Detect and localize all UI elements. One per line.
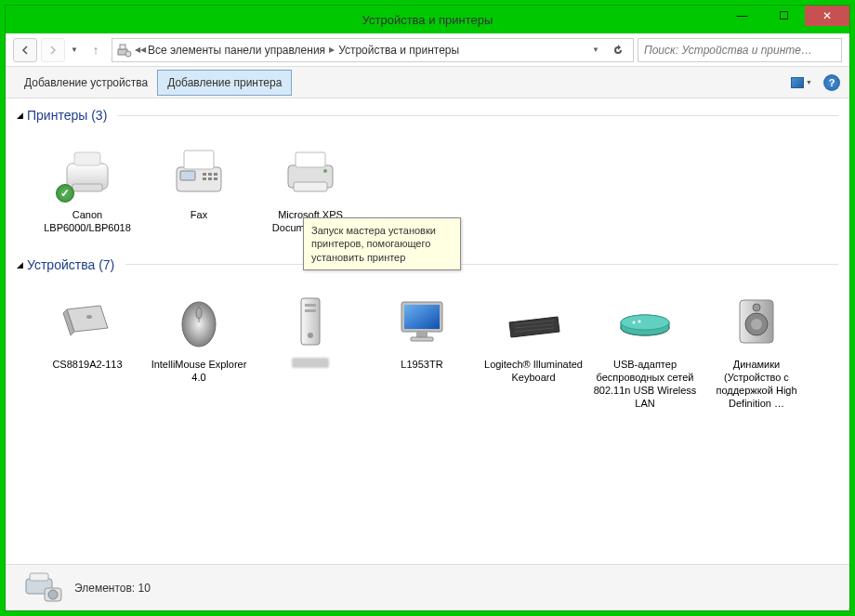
chevron-down-icon: ▼ [806,79,812,85]
device-label: Canon LBP6000/LBP6018 [35,208,139,235]
svg-rect-13 [208,177,212,180]
svg-point-36 [638,320,641,322]
devices-printers-icon [116,42,133,59]
maximize-button[interactable]: ☐ [763,6,805,26]
svg-rect-14 [214,177,217,180]
monitor-icon [388,287,455,354]
computer-icon [277,287,344,354]
collapse-icon: ◢ [17,111,23,120]
titlebar: Устройства и принтеры — ☐ ✕ [6,6,849,33]
chevron-right-icon[interactable]: ▶ [327,46,336,54]
device-label: CS8819A2-113 [52,358,122,371]
device-item-mouse[interactable]: IntelliMouse Explorer 4.0 [143,282,255,416]
device-label: Fax [191,208,207,221]
toolbar: Добавление устройства Добавление принтер… [6,67,849,98]
svg-rect-10 [208,173,212,176]
svg-point-40 [753,304,760,311]
device-label: Динамики (Устройство с поддержкой High D… [704,358,809,411]
refresh-button[interactable] [607,39,629,61]
svg-rect-8 [180,171,195,180]
svg-rect-7 [184,151,214,169]
addressbar: ▼ ↑ ◀◀ Все элементы панели управления ▶ … [6,33,849,67]
device-label: Logitech® Illuminated Keyboard [481,358,585,385]
view-icon [791,77,804,88]
fax-icon [165,138,232,204]
mouse-icon [165,287,232,354]
collapse-icon: ◢ [17,260,23,269]
devices-items: CS8819A2-113 IntelliMouse Explorer 4.0 [17,278,838,427]
breadcrumb-dropdown[interactable]: ▼ [590,46,601,54]
svg-point-21 [196,308,202,319]
minimize-button[interactable]: — [721,6,763,26]
search-box[interactable] [638,38,842,62]
svg-rect-27 [404,305,440,329]
device-label: USB-адаптер беспроводных сетей 802.11n U… [593,358,697,411]
keyboard-icon [500,287,567,354]
view-options-button[interactable]: ▼ [791,77,812,88]
breadcrumb-root-chevron[interactable]: ◀◀ [135,46,146,54]
statusbar-text: Элементов: 10 [74,582,151,595]
close-button[interactable]: ✕ [805,6,849,26]
add-device-button[interactable]: Добавление устройства [15,71,157,95]
window-controls: — ☐ ✕ [721,6,849,26]
speaker-icon [723,287,790,354]
svg-rect-1 [120,45,125,49]
device-label: L1953TR [401,358,442,371]
svg-rect-42 [30,573,48,581]
default-check-icon: ✓ [56,184,74,203]
svg-rect-9 [203,173,206,176]
svg-rect-23 [305,304,316,307]
breadcrumb-item-1[interactable]: Все элементы панели управления [148,44,325,57]
svg-rect-29 [411,337,433,341]
device-label [292,358,329,371]
window: Устройства и принтеры — ☐ ✕ ▼ ↑ ◀◀ Все э… [5,5,850,611]
printer-icon [277,138,344,204]
svg-point-34 [621,315,669,330]
printer-icon: ✓ [54,138,121,204]
forward-button[interactable] [41,38,65,62]
add-printer-button[interactable]: Добавление принтера [157,70,292,96]
svg-rect-17 [294,182,327,191]
content-area: Запуск мастера установки принтеров, помо… [6,98,849,564]
device-item-monitor[interactable]: L1953TR [366,282,478,416]
svg-point-2 [125,51,131,57]
svg-rect-16 [296,152,325,167]
group-printers-title: Принтеры (3) [27,108,107,123]
hdd-icon [54,287,121,354]
device-item-tower[interactable] [255,282,366,416]
statusbar-icon [20,571,65,605]
device-item-hdd[interactable]: CS8819A2-113 [32,282,143,416]
router-icon [612,287,678,354]
history-dropdown[interactable]: ▼ [69,46,80,54]
group-devices-title: Устройства (7) [27,257,114,272]
svg-point-25 [308,333,313,338]
svg-point-44 [48,590,58,599]
svg-rect-5 [72,184,102,191]
device-item-speaker[interactable]: Динамики (Устройство с поддержкой High D… [701,282,812,416]
up-button[interactable]: ↑ [84,38,108,62]
statusbar: Элементов: 10 [6,564,849,610]
svg-rect-4 [74,152,100,165]
breadcrumb[interactable]: ◀◀ Все элементы панели управления ▶ Устр… [112,38,634,62]
back-button[interactable] [13,38,37,62]
svg-rect-28 [416,332,428,337]
group-printers-header[interactable]: ◢ Принтеры (3) [17,102,838,128]
search-input[interactable] [644,44,835,57]
svg-point-19 [86,315,92,319]
device-item-canon[interactable]: ✓ Canon LBP6000/LBP6018 [32,132,143,241]
svg-rect-24 [305,309,316,312]
svg-point-35 [633,321,636,323]
help-button[interactable]: ? [823,74,840,91]
tooltip: Запуск мастера установки принтеров, помо… [303,217,461,270]
device-label: IntelliMouse Explorer 4.0 [147,358,251,385]
svg-point-18 [323,169,327,173]
svg-rect-11 [214,173,217,176]
svg-point-39 [751,319,762,330]
device-item-router[interactable]: USB-адаптер беспроводных сетей 802.11n U… [589,282,701,416]
breadcrumb-item-2[interactable]: Устройства и принтеры [338,44,459,57]
device-item-fax[interactable]: Fax [143,132,255,241]
svg-rect-12 [203,177,206,180]
device-item-keyboard[interactable]: Logitech® Illuminated Keyboard [478,282,589,416]
